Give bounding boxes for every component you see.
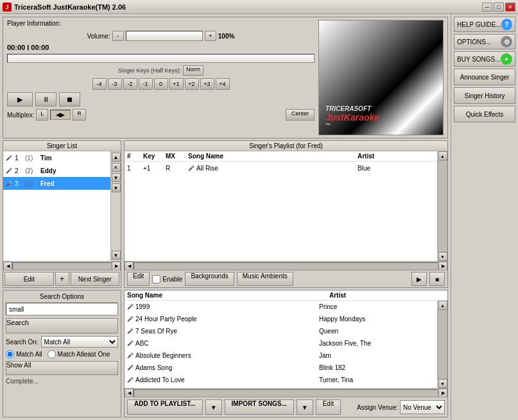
show-all-button[interactable]: Show All: [6, 361, 118, 375]
search-on-select[interactable]: Match All Song Name Artist Both: [41, 336, 118, 348]
playlist-music-ambients-button[interactable]: Music Ambients: [237, 272, 293, 286]
add-to-playlist-arrow-button[interactable]: ▼: [205, 399, 222, 415]
playlist-enable-checkbox[interactable]: [152, 275, 160, 283]
sdh-song: Song Name: [127, 292, 329, 299]
sdr-song-abc: 🎤ABC: [127, 340, 319, 347]
song-db-row-adams[interactable]: 🎤Adams Song Blink 182: [125, 362, 437, 374]
assign-venue-select[interactable]: No Venue Venue 1 Venue 2: [400, 400, 445, 414]
import-songs-button[interactable]: IMPORT SONGS...: [225, 399, 294, 415]
sdb-h-scroll-track: [134, 389, 438, 397]
search-button[interactable]: Search: [6, 318, 118, 333]
key-plus2-button[interactable]: +2: [185, 78, 199, 90]
singer-h-scroll-right[interactable]: ▶: [112, 262, 121, 271]
maximize-button[interactable]: □: [494, 3, 504, 12]
sdb-scroll-track: [438, 310, 447, 379]
center-button[interactable]: Center: [286, 109, 315, 121]
pl-scroll-up[interactable]: ▲: [438, 151, 447, 160]
pl-h-scroll-left[interactable]: ◀: [125, 262, 134, 271]
volume-down-button[interactable]: -: [112, 31, 124, 41]
singer-scroll-extra1[interactable]: ✕: [112, 163, 121, 172]
window-title: TriceraSoft JustKaraoke(TM) 2.06: [14, 3, 126, 11]
close-button[interactable]: ✕: [505, 3, 515, 12]
playlist-stop-button[interactable]: ■: [429, 272, 445, 286]
sdr-mic-6: 🎤: [127, 365, 134, 371]
pause-button[interactable]: ⏸: [35, 92, 56, 106]
singer-scroll-up[interactable]: ▲: [112, 153, 121, 162]
singer-edit-button[interactable]: Edit: [4, 272, 54, 286]
search-options-panel: Search Options Search Search On: Match A…: [3, 290, 121, 417]
volume-up-button[interactable]: +: [205, 31, 216, 41]
play-button[interactable]: ▶: [7, 92, 33, 106]
help-guide-button[interactable]: HELP GUIDE... ?: [454, 17, 515, 32]
key-0-button[interactable]: 0: [154, 78, 168, 90]
playlist-enable-row: Enable: [152, 275, 182, 283]
singer-scroll-extra3[interactable]: ▼: [112, 183, 121, 192]
singer-item-tim[interactable]: 🎤 1 (1) Tim: [3, 151, 110, 164]
key-plus4-button[interactable]: +4: [216, 78, 230, 90]
singer-add-button[interactable]: +: [55, 272, 69, 286]
sdb-scroll-down[interactable]: ▼: [438, 379, 447, 388]
song-db-row-7seas[interactable]: 🎤7 Seas Of Rye Queen: [125, 325, 437, 337]
singer-list-title: Singer List: [3, 141, 121, 151]
norm-button[interactable]: Norm: [183, 65, 203, 76]
multiplex-l-button[interactable]: L: [36, 109, 48, 121]
song-db-row-absolute[interactable]: 🎤Absolute Beginners Jam: [125, 349, 437, 362]
help-guide-label: HELP GUIDE...: [457, 21, 501, 28]
song-db-content: 🎤1999 Prince 🎤24 Hour Party People Happy…: [125, 301, 447, 388]
sdr-artist-7seas: Queen: [319, 328, 435, 335]
sdb-h-scroll-right[interactable]: ▶: [438, 389, 447, 398]
key-plus1-button[interactable]: +1: [169, 78, 184, 90]
key-minus2-button[interactable]: -2: [123, 78, 137, 90]
import-songs-arrow-button[interactable]: ▼: [297, 399, 313, 415]
pl-scroll-down[interactable]: ▼: [438, 252, 447, 261]
song-db-row-addicted[interactable]: 🎤Addicted To Love Turner, Tina: [125, 374, 437, 386]
singer-scroll-down[interactable]: ▼: [112, 251, 121, 260]
multiplex-r-button[interactable]: R: [73, 109, 86, 121]
search-on-label: Search On:: [6, 339, 39, 346]
singer-item-eddy[interactable]: 🎤 2 (2) Eddy: [3, 164, 110, 177]
add-to-playlist-button[interactable]: ADD TO PLAYLIST...: [127, 399, 203, 415]
options-button[interactable]: OPTIONS... ⚙: [454, 34, 515, 49]
pl-h-scroll-right[interactable]: ▶: [438, 262, 447, 271]
song-db-row-24hour[interactable]: 🎤24 Hour Party People Happy Mondays: [125, 313, 437, 325]
minimize-button[interactable]: ─: [482, 3, 492, 12]
singer-item-fred[interactable]: 🎤 3 (1) Fred: [3, 177, 110, 190]
singer-h-scroll-track: [12, 262, 112, 270]
singer-scroll-extra2[interactable]: ▼: [112, 173, 121, 182]
volume-slider[interactable]: [126, 31, 203, 41]
singer-list-items: 🎤 1 (1) Tim 🎤 2 (2) Eddy 🎤: [3, 151, 110, 261]
playlist-edit-button[interactable]: Edit: [127, 272, 150, 286]
song-db-buttons: ADD TO PLAYLIST... ▼ IMPORT SONGS... ▼ E…: [125, 397, 447, 417]
singer-history-button[interactable]: Singer History: [454, 87, 515, 104]
song-db-row-1999[interactable]: 🎤1999 Prince: [125, 301, 437, 313]
playlist-row-1[interactable]: 1 +1 R 🎤All Rise Blue: [125, 162, 437, 174]
quick-effects-button[interactable]: Quick Effects: [454, 106, 515, 122]
ph-artist: Artist: [358, 153, 435, 160]
video-preview: TRICERASOFT JustKaraoke ™: [318, 20, 444, 135]
match-all-radio[interactable]: [6, 350, 14, 358]
key-minus3-button[interactable]: -3: [108, 78, 122, 90]
match-atleast-radio[interactable]: [47, 350, 56, 358]
pr-key-1: +1: [143, 165, 166, 172]
announce-singer-button[interactable]: Announce Singer: [454, 69, 515, 85]
singer-num-2: 2: [15, 167, 22, 174]
playlist-play-button[interactable]: ▶: [411, 272, 427, 286]
progress-bar[interactable]: [7, 54, 315, 63]
key-minus4-button[interactable]: -4: [92, 78, 107, 90]
sdb-h-scroll-left[interactable]: ◀: [125, 389, 134, 398]
song-db-edit-button[interactable]: Edit: [316, 399, 341, 415]
sdr-artist-absolute: Jam: [319, 352, 435, 359]
pl-mic-icon: 🎤: [188, 165, 194, 171]
buy-songs-button[interactable]: BUY SONGS... +: [454, 51, 515, 67]
sdb-scroll-up[interactable]: ▲: [438, 301, 447, 310]
playlist-backgrounds-button[interactable]: Backgrounds: [185, 272, 234, 286]
search-input[interactable]: [6, 303, 118, 315]
song-db-row-abc[interactable]: 🎤ABC Jackson Five, The: [125, 337, 437, 349]
sdr-mic-1: 🎤: [127, 304, 134, 310]
sdr-song-addicted: 🎤Addicted To Love: [127, 376, 319, 383]
key-plus3-button[interactable]: +3: [200, 78, 214, 90]
singer-h-scroll-left[interactable]: ◀: [3, 262, 12, 271]
key-minus1-button[interactable]: -1: [139, 78, 153, 90]
stop-button[interactable]: ⏹: [59, 92, 80, 106]
next-singer-button[interactable]: Next Singer: [71, 272, 120, 286]
